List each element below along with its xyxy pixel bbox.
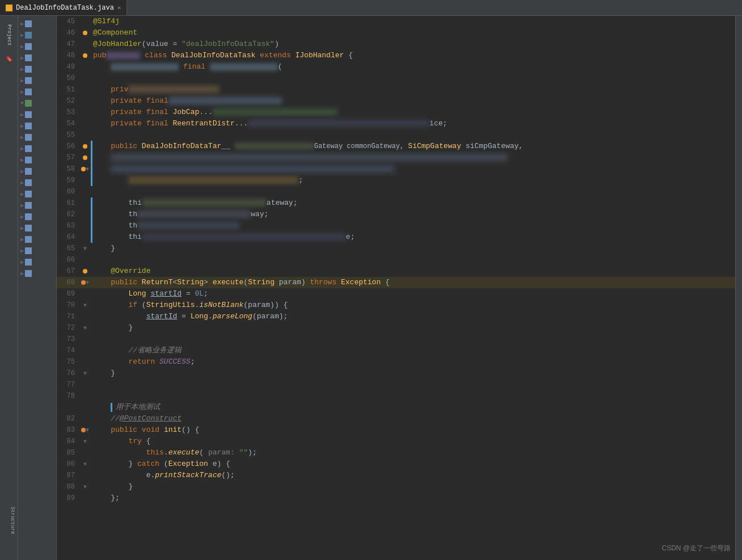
tree-item-18[interactable]: ▶ — [18, 211, 56, 222]
tree-item-5[interactable]: ▶ — [18, 64, 56, 75]
tree-item-11[interactable]: ▶ — [18, 132, 56, 143]
code-line-45: 45 @Slf4j — [57, 16, 735, 27]
code-line-57: 57 — [57, 152, 735, 163]
tree-item-23[interactable]: ▶ — [18, 268, 56, 279]
tree-item-1[interactable]: ▶ — [18, 18, 56, 30]
code-line-53: 53 private final JobCap... — [57, 107, 735, 118]
tree-item-13[interactable]: ▶ — [18, 154, 56, 166]
tree-item-17[interactable]: ▶ — [18, 200, 56, 211]
code-line-67: 67 @Override — [57, 266, 735, 277]
tree-item-7[interactable]: ▶ — [18, 86, 56, 98]
file-tree-panel: ▶ ▶ ▶ ▶ ▶ ▶ ▶ — [18, 16, 57, 560]
code-line-54: 54 private final ReentrantDistr...ice; — [57, 118, 735, 129]
code-line-88: 88 ▼ } — [57, 481, 735, 492]
gutter-dot-83-orange — [81, 428, 86, 432]
code-line-69: 69 Long startId = 0L; — [57, 288, 735, 300]
tree-item-9[interactable]: ▶ — [18, 109, 56, 120]
tab-filename: DealJobInfoDataTask.java — [16, 4, 114, 12]
tab-bar: DealJobInfoDataTask.java ✕ — [0, 0, 742, 16]
code-line-71: 71 startId = Long.parseLong(param); — [57, 311, 735, 322]
code-line-60: 60 — [57, 186, 735, 197]
code-line-86: 86 ▼ } catch (Exception e) { — [57, 458, 735, 470]
code-line-50: 50 — [57, 73, 735, 84]
code-line-59: 59 ; — [57, 175, 735, 186]
tree-item-6[interactable]: ▶ — [18, 75, 56, 86]
code-line-84: 84 ▼ try { — [57, 436, 735, 447]
fold-68[interactable]: ▼ — [86, 280, 89, 286]
code-line-78: 78 — [57, 390, 735, 402]
tree-item-10[interactable]: ▶ — [18, 120, 56, 132]
tree-item-19[interactable]: ▶ — [18, 222, 56, 234]
tree-item-14[interactable]: ▶ — [18, 166, 56, 177]
code-line-89: 89 }; — [57, 492, 735, 504]
gutter-dot-48 — [83, 53, 87, 58]
code-line-68: 68 ▼ public ReturnT<String> execute(Stri… — [57, 277, 735, 288]
sidebar-bookmark-icon[interactable]: 🔖 — [1, 53, 17, 65]
code-line-83: 83 ▼ public void init() { — [57, 424, 735, 436]
comment-block-separator: 用于本地测试 — [57, 402, 735, 413]
code-line-55: 55 — [57, 129, 735, 141]
fold-76[interactable]: ▼ — [83, 370, 87, 377]
code-line-73: 73 — [57, 334, 735, 345]
fold-70[interactable]: ▼ — [83, 302, 87, 309]
fold-84[interactable]: ▼ — [83, 439, 87, 445]
code-line-47: 47 @JobHandler(value = "dealJobInfoDataT… — [57, 39, 735, 50]
code-line-51: 51 priv — [57, 84, 735, 95]
code-line-63: 63 th — [57, 220, 735, 231]
right-scrollbar[interactable] — [735, 16, 742, 560]
sidebar-structure-icon[interactable]: Structure — [5, 503, 20, 537]
code-line-75: 75 return SUCCESS; — [57, 356, 735, 368]
close-icon[interactable]: ✕ — [117, 4, 121, 11]
gutter-dot-56 — [83, 144, 87, 149]
code-line-82: 82 //@PostConstruct — [57, 413, 735, 424]
code-line-62: 62 thway; — [57, 209, 735, 220]
tree-item-16[interactable]: ▶ — [18, 188, 56, 200]
code-line-74: 74 //省略业务逻辑 — [57, 345, 735, 356]
code-line-77: 77 — [57, 379, 735, 390]
gutter-dot-57 — [83, 155, 87, 160]
java-file-icon — [6, 5, 12, 11]
code-line-76: 76 ▼ } — [57, 368, 735, 379]
code-line-56: 56 public DealJobInfoDataTar__ Gateway c… — [57, 141, 735, 152]
code-line-58: 58 ▼ — [57, 163, 735, 175]
watermark: CSDN @走了一些弯路 — [661, 544, 731, 553]
fold-72[interactable]: ▼ — [83, 325, 87, 331]
tree-item-8[interactable]: ▼ — [18, 98, 56, 109]
fold-58[interactable]: ▼ — [86, 166, 89, 172]
fold-83[interactable]: ▼ — [86, 427, 89, 433]
code-line-85: 85 this.execute( param: ""); — [57, 447, 735, 458]
gutter-dot-67 — [83, 269, 87, 273]
code-line-48: 48 pub class DealJobInfoDataTask extends… — [57, 50, 735, 61]
code-line-65: 65 ▼ } — [57, 243, 735, 254]
gutter-dot-68-orange — [81, 280, 86, 285]
code-line-87: 87 e.printStackTrace(); — [57, 470, 735, 481]
code-line-49: 49 final ( — [57, 61, 735, 73]
tree-item-3[interactable]: ▶ — [18, 41, 56, 52]
code-line-64: 64 thie; — [57, 231, 735, 243]
tree-item-4[interactable]: ▶ — [18, 52, 56, 64]
tree-item-21[interactable]: ▶ — [18, 245, 56, 256]
tab-item-active[interactable]: DealJobInfoDataTask.java ✕ — [0, 0, 127, 15]
tree-item-20[interactable]: ▶ — [18, 234, 56, 245]
code-line-52: 52 private final — [57, 95, 735, 107]
tree-item-22[interactable]: ▶ — [18, 256, 56, 268]
fold-88[interactable]: ▼ — [83, 484, 87, 490]
gutter-dot-58 — [81, 167, 86, 171]
code-content-scroll[interactable]: 45 @Slf4j 46 @Component 47 @JobHandler(v… — [57, 16, 735, 560]
tree-item-2[interactable]: ▶ — [18, 30, 56, 41]
code-editor: 45 @Slf4j 46 @Component 47 @JobHandler(v… — [57, 16, 735, 560]
code-line-70: 70 ▼ if (StringUtils.isNotBlank(param)) … — [57, 300, 735, 311]
code-line-46: 46 @Component — [57, 27, 735, 39]
fold-65[interactable]: ▼ — [83, 246, 87, 252]
fold-86[interactable]: ▼ — [83, 461, 87, 468]
code-line-61: 61 thiateway; — [57, 197, 735, 209]
tree-item-15[interactable]: ▶ — [18, 177, 56, 188]
tree-item-12[interactable]: ▶ — [18, 143, 56, 154]
sidebar-icons: Project 🔖 Structure — [0, 16, 18, 560]
code-line-66: 66 — [57, 254, 735, 266]
code-line-72: 72 ▼ } — [57, 322, 735, 334]
gutter-dot-46 — [83, 31, 87, 35]
sidebar-project-icon[interactable]: Project — [1, 18, 17, 52]
